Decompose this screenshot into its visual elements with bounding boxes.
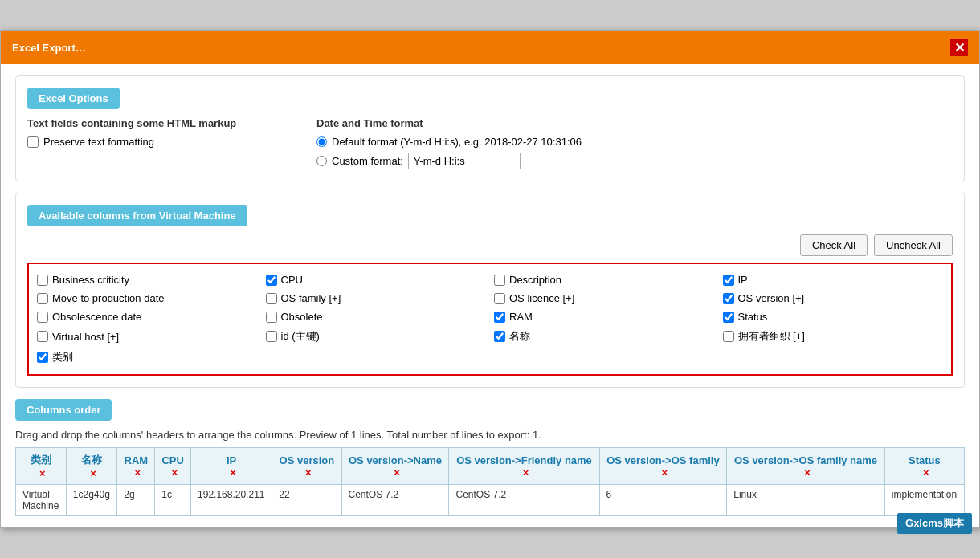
custom-format-label: Custom format: xyxy=(332,155,403,167)
header-label: OS version->OS family name xyxy=(734,454,877,466)
header-remove[interactable]: × xyxy=(135,466,141,479)
column-label: Move to production date xyxy=(52,292,164,304)
header-label: OS version->OS family xyxy=(606,454,720,466)
column-label: Obsolescence date xyxy=(52,311,141,323)
column-label: RAM xyxy=(509,311,533,323)
column-item: Virtual host [+] xyxy=(37,328,258,345)
column-item: Obsolete xyxy=(266,309,487,324)
column-label: IP xyxy=(738,274,748,286)
table-cell: 22 xyxy=(272,485,341,516)
custom-format-radio[interactable] xyxy=(316,156,327,166)
column-checkbox[interactable] xyxy=(37,331,48,342)
column-checkbox[interactable] xyxy=(723,275,734,286)
column-item: IP xyxy=(723,272,944,287)
column-checkbox[interactable] xyxy=(266,275,277,286)
header-remove[interactable]: × xyxy=(305,466,312,479)
order-table-header[interactable]: OS version->Name× xyxy=(341,448,449,485)
uncheck-all-button[interactable]: Uncheck All xyxy=(874,234,953,256)
column-checkbox[interactable] xyxy=(723,293,734,304)
order-table-header[interactable]: RAM× xyxy=(117,448,155,485)
column-label: Description xyxy=(509,274,561,286)
order-table-header[interactable]: Status× xyxy=(884,448,964,485)
watermark: Gxlcms脚本 xyxy=(897,513,972,534)
excel-options-row: Text fields containing some HTML markup … xyxy=(27,117,953,169)
datetime-section: Date and Time format Default format (Y-m… xyxy=(316,117,953,169)
default-format-radio[interactable] xyxy=(316,136,327,147)
order-table-header[interactable]: OS version->Friendly name× xyxy=(449,448,599,485)
header-remove[interactable]: × xyxy=(523,466,529,479)
column-item: Move to production date xyxy=(37,291,258,306)
custom-format-input[interactable] xyxy=(408,153,521,169)
column-checkbox[interactable] xyxy=(723,312,734,323)
column-item: 拥有者组织 [+] xyxy=(723,328,944,345)
custom-format-row: Custom format: xyxy=(316,153,953,169)
column-checkbox[interactable] xyxy=(266,331,277,342)
column-label: OS family [+] xyxy=(281,292,341,304)
header-remove[interactable]: × xyxy=(39,467,46,479)
dialog-close-button[interactable]: ✕ xyxy=(950,39,968,56)
table-cell: implementation xyxy=(884,485,964,516)
column-checkbox[interactable] xyxy=(266,293,277,304)
excel-export-dialog: Excel Export… ✕ Excel Options Text field… xyxy=(0,30,980,528)
header-label: IP xyxy=(227,454,236,466)
order-table-header[interactable]: CPU× xyxy=(155,448,191,485)
header-remove[interactable]: × xyxy=(171,466,178,479)
order-table-header[interactable]: OS version->OS family× xyxy=(599,448,727,485)
preserve-text-checkbox[interactable] xyxy=(27,136,39,148)
text-fields-section: Text fields containing some HTML markup … xyxy=(27,117,268,148)
default-format-row: Default format (Y-m-d H:i:s), e.g. 2018-… xyxy=(316,136,953,148)
order-table: 类别×名称×RAM×CPU×IP×OS version×OS version->… xyxy=(15,447,965,516)
column-checkbox[interactable] xyxy=(266,312,277,323)
column-checkbox[interactable] xyxy=(37,275,48,286)
order-table-header[interactable]: 名称× xyxy=(66,448,117,485)
column-label: Business criticity xyxy=(52,274,129,286)
header-label: 类别 xyxy=(31,453,51,467)
preserve-text-label: Preserve text formatting xyxy=(43,136,154,148)
column-checkbox[interactable] xyxy=(494,275,505,286)
header-remove[interactable]: × xyxy=(230,466,236,479)
order-table-header[interactable]: 类别× xyxy=(16,448,67,485)
header-label: RAM xyxy=(125,454,149,466)
column-checkbox[interactable] xyxy=(37,293,48,304)
column-label: CPU xyxy=(281,274,303,286)
dialog-body: Excel Options Text fields containing som… xyxy=(1,64,979,527)
column-item: 类别 xyxy=(37,348,258,366)
column-label: OS licence [+] xyxy=(509,292,574,304)
column-label: Status xyxy=(738,311,768,323)
table-cell: 6 xyxy=(599,485,727,516)
table-row: Virtual Machine1c2g40g2g1c192.168.20.211… xyxy=(16,485,965,516)
column-label: 类别 xyxy=(52,350,73,365)
column-label: 拥有者组织 [+] xyxy=(738,329,805,344)
header-label: CPU xyxy=(161,454,183,466)
check-buttons-row: Check All Uncheck All xyxy=(27,234,953,256)
order-table-header[interactable]: IP× xyxy=(191,448,272,485)
column-checkbox[interactable] xyxy=(37,312,48,323)
column-checkbox[interactable] xyxy=(494,312,505,323)
header-remove[interactable]: × xyxy=(90,467,96,479)
header-remove[interactable]: × xyxy=(804,466,811,479)
column-checkbox[interactable] xyxy=(37,352,48,363)
column-label: OS version [+] xyxy=(738,292,805,304)
columns-order-header: Columns order xyxy=(15,399,112,421)
header-remove[interactable]: × xyxy=(923,466,929,479)
header-label: 名称 xyxy=(81,453,102,467)
column-checkbox[interactable] xyxy=(494,293,505,304)
order-table-header[interactable]: OS version->OS family name× xyxy=(727,448,885,485)
column-item: RAM xyxy=(494,309,715,324)
header-remove[interactable]: × xyxy=(394,466,400,479)
dialog-title-text: Excel Export… xyxy=(12,42,86,54)
column-checkbox[interactable] xyxy=(494,331,505,342)
default-format-label: Default format (Y-m-d H:i:s), e.g. 2018-… xyxy=(332,136,582,148)
datetime-label: Date and Time format xyxy=(316,117,953,129)
header-remove[interactable]: × xyxy=(662,466,668,479)
header-label: OS version->Friendly name xyxy=(456,454,592,466)
header-label: OS version->Name xyxy=(349,454,442,466)
order-table-header[interactable]: OS version× xyxy=(272,448,341,485)
table-cell: 192.168.20.211 xyxy=(191,485,272,516)
column-item: CPU xyxy=(266,272,487,287)
table-cell: CentOS 7.2 xyxy=(449,485,599,516)
column-item: Obsolescence date xyxy=(37,309,258,324)
table-cell: 1c xyxy=(155,485,191,516)
column-checkbox[interactable] xyxy=(723,331,734,342)
check-all-button[interactable]: Check All xyxy=(800,234,868,256)
